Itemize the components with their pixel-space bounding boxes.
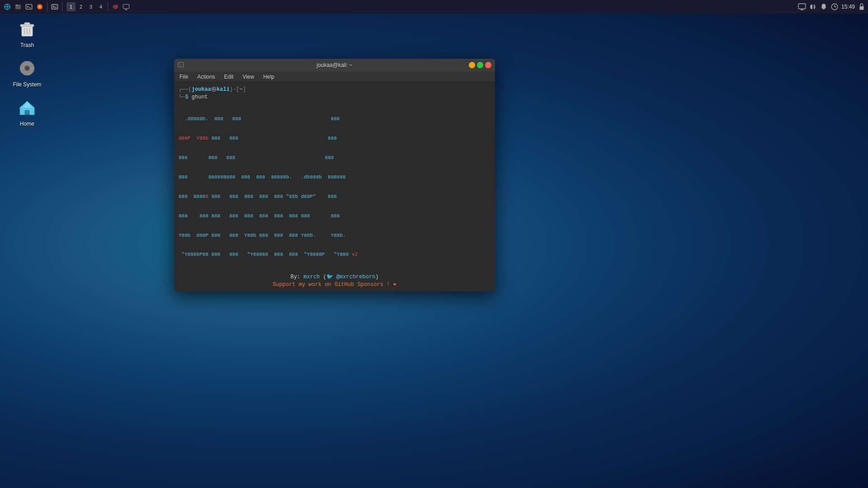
first-prompt: ┌──(joukaa㉿kali)-[~]	[179, 86, 491, 94]
dragon-icon[interactable]	[110, 2, 120, 12]
menu-edit[interactable]: Edit	[222, 73, 236, 81]
maximize-button[interactable]	[477, 62, 483, 68]
taskbar-separator-3	[108, 2, 108, 11]
svg-rect-24	[25, 110, 29, 115]
minimize-button[interactable]	[469, 62, 475, 68]
taskbar-separator-2	[62, 2, 62, 11]
trash-label: Trash	[20, 42, 34, 48]
svg-rect-9	[798, 4, 806, 9]
notification-icon[interactable]	[820, 3, 828, 11]
svg-rect-12	[860, 6, 864, 10]
workspace-4[interactable]: 4	[96, 2, 105, 11]
display-icon[interactable]	[798, 3, 806, 11]
home-label: Home	[20, 121, 34, 127]
svg-point-6	[39, 6, 41, 8]
terminal-body[interactable]: ┌──(joukaa㉿kali)-[~] └─$ ghunt .d8888b. …	[174, 82, 495, 291]
time-display: 15:49	[841, 4, 855, 10]
terminal-active-icon[interactable]	[50, 2, 60, 12]
svg-rect-8	[123, 5, 129, 9]
menu-help[interactable]: Help	[261, 73, 276, 81]
trash-icon-img	[16, 18, 38, 40]
terminal-taskbar-icon[interactable]	[24, 2, 34, 12]
filesystem-icon-img	[16, 57, 38, 79]
svg-rect-2	[15, 5, 18, 6]
trash-icon-desktop[interactable]: Trash	[9, 18, 45, 48]
by-line: By: mxrch (🐦 @mxrchreborn)	[179, 273, 491, 281]
browser-icon[interactable]	[35, 2, 45, 12]
lock-icon[interactable]	[858, 3, 866, 11]
taskbar: 1 2 3 4	[0, 0, 868, 14]
svg-rect-3	[26, 5, 32, 9]
kali-menu-icon[interactable]	[2, 2, 12, 12]
svg-rect-15	[24, 23, 30, 25]
svg-point-21	[26, 67, 28, 69]
workspace-3[interactable]: 3	[86, 2, 95, 11]
files-icon[interactable]	[13, 2, 23, 12]
workspace-buttons: 1 2 3 4	[66, 2, 105, 11]
clock-icon[interactable]	[830, 3, 839, 11]
filesystem-label: File System	[13, 81, 42, 88]
svg-rect-25	[178, 62, 184, 67]
home-icon-img	[16, 97, 38, 118]
taskbar-left: 1 2 3 4	[2, 2, 131, 12]
monitor-icon[interactable]	[121, 2, 131, 12]
taskbar-separator-1	[47, 2, 47, 11]
filesystem-icon-desktop[interactable]: File System	[9, 57, 45, 88]
menu-actions[interactable]: Actions	[195, 73, 217, 81]
terminal-window: joukaa@kali: ~ File Actions Edit View He…	[174, 59, 495, 291]
terminal-title: joukaa@kali: ~	[316, 62, 352, 68]
desktop-icons: Trash File System	[9, 18, 45, 127]
terminal-titlebar: joukaa@kali: ~	[174, 59, 495, 71]
close-button[interactable]	[485, 62, 491, 68]
menu-file[interactable]: File	[178, 73, 190, 81]
volume-icon[interactable]	[809, 3, 817, 11]
titlebar-controls	[469, 62, 491, 68]
workspace-2[interactable]: 2	[76, 2, 85, 11]
sponsor-line: Support my work on GitHub Sponsors ! ❤	[179, 281, 491, 289]
terminal-menubar: File Actions Edit View Help	[174, 71, 495, 82]
workspace-1[interactable]: 1	[66, 2, 75, 11]
terminal-icon	[178, 62, 184, 68]
menu-view[interactable]: View	[241, 73, 256, 81]
desktop: 1 2 3 4	[0, 0, 868, 488]
ascii-art: .d8888b. 888 888 888 d88P Y88b 888 888 8…	[179, 103, 491, 271]
svg-rect-7	[52, 5, 57, 9]
svg-rect-10	[823, 8, 825, 9]
first-command: └─$ ghunt	[179, 94, 491, 101]
home-icon-desktop[interactable]: Home	[9, 97, 45, 127]
taskbar-right: 15:49	[798, 3, 866, 11]
